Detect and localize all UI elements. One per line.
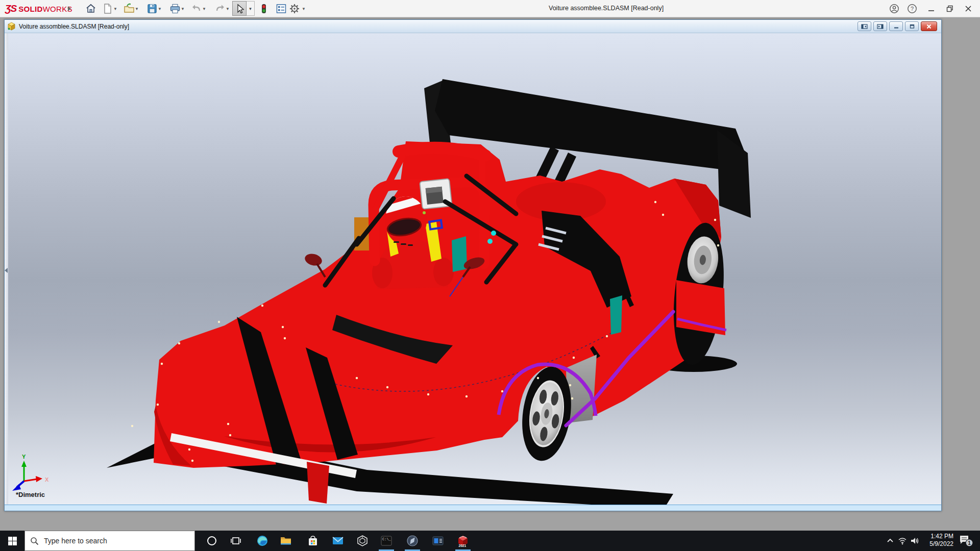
select-cursor-icon[interactable] bbox=[234, 3, 246, 15]
new-document-dropdown[interactable]: ▼ bbox=[113, 7, 118, 11]
options-gear-icon[interactable] bbox=[288, 3, 301, 15]
help-icon[interactable]: ? bbox=[905, 3, 919, 15]
document-title: Voiture assomblee.SLDASM [Read-only] bbox=[19, 23, 129, 30]
view-stoplight-icon[interactable] bbox=[258, 3, 270, 15]
document-window: Voiture assomblee.SLDASM [Read-only] bbox=[4, 19, 942, 511]
undo-dropdown[interactable]: ▼ bbox=[202, 7, 207, 11]
search-placeholder: Type here to search bbox=[44, 537, 107, 545]
svg-text:?: ? bbox=[911, 6, 914, 12]
redo-icon[interactable] bbox=[214, 3, 226, 15]
home-icon[interactable] bbox=[85, 3, 97, 15]
open-document-dropdown[interactable]: ▼ bbox=[134, 7, 139, 11]
document-titlebar[interactable]: Voiture assomblee.SLDASM [Read-only] bbox=[5, 20, 941, 33]
open-document-icon[interactable] bbox=[123, 3, 135, 15]
minimize-button[interactable] bbox=[925, 3, 938, 15]
restore-button[interactable] bbox=[943, 3, 957, 15]
triad-x-label: X bbox=[45, 477, 49, 483]
side-vent bbox=[610, 295, 622, 335]
taskbar-search-input[interactable]: Type here to search bbox=[24, 531, 195, 551]
mdi-workspace: Voiture assomblee.SLDASM [Read-only] bbox=[0, 17, 980, 531]
options-dropdown[interactable]: ▼ bbox=[301, 7, 306, 11]
triad-y-label: Y bbox=[22, 454, 26, 460]
view-orientation-label: *Dimetric bbox=[16, 491, 45, 498]
save-dropdown[interactable]: ▼ bbox=[157, 7, 162, 11]
solidworks-logo: ƷS SOLID WORKS bbox=[5, 3, 72, 14]
select-tool-dropdown[interactable]: ▼ bbox=[247, 1, 255, 16]
document-bottom-border bbox=[5, 505, 941, 508]
doc-minimize-button[interactable] bbox=[889, 21, 903, 31]
3d-viewer-icon[interactable] bbox=[351, 531, 374, 551]
tray-chevron-icon[interactable] bbox=[884, 531, 896, 551]
command-prompt-icon[interactable]: C:\_ bbox=[375, 531, 398, 551]
volume-icon[interactable] bbox=[909, 531, 921, 551]
feature-pane-splitter[interactable] bbox=[5, 33, 8, 508]
wifi-icon[interactable] bbox=[896, 531, 909, 551]
doc-pane-right-button[interactable] bbox=[873, 21, 887, 31]
undo-icon[interactable] bbox=[190, 3, 203, 15]
solidworks-logo-mark: ƷS bbox=[5, 3, 16, 14]
windows-taskbar: Type here to search C:\_ 2021 bbox=[0, 531, 980, 551]
cortana-icon[interactable] bbox=[201, 531, 223, 551]
collapse-arrow-icon[interactable] bbox=[5, 268, 8, 273]
tray-time: 1:42 PM bbox=[921, 533, 953, 540]
doc-close-button[interactable] bbox=[921, 21, 937, 31]
print-icon[interactable] bbox=[169, 3, 181, 15]
print-dropdown[interactable]: ▼ bbox=[180, 7, 185, 11]
media-app-icon[interactable] bbox=[427, 531, 449, 551]
orientation-triad: Y X bbox=[12, 454, 49, 491]
action-center-icon[interactable]: 1 bbox=[955, 531, 976, 551]
account-icon[interactable] bbox=[888, 3, 901, 15]
save-icon[interactable] bbox=[146, 3, 158, 15]
car-assembly-render[interactable]: Y X bbox=[5, 33, 941, 508]
search-icon bbox=[30, 537, 39, 545]
doc-pane-left-button[interactable] bbox=[857, 21, 871, 31]
graphics-viewport[interactable]: Y X *Dimetric bbox=[5, 33, 941, 508]
display-states-icon[interactable] bbox=[275, 3, 287, 15]
sw-year-label: 2021 bbox=[459, 544, 467, 547]
new-document-icon[interactable] bbox=[102, 3, 114, 15]
redo-dropdown[interactable]: ▼ bbox=[225, 7, 230, 11]
cmd-glyph: C:\_ bbox=[382, 537, 391, 541]
app-titlebar: ƷS SOLID WORKS ▼ ▼ ▼ ▼ ▼ ▼ bbox=[0, 0, 980, 17]
solidworks-2021-icon[interactable]: 2021 bbox=[452, 531, 474, 551]
mirror-left bbox=[304, 252, 324, 267]
task-view-icon[interactable] bbox=[225, 531, 247, 551]
close-button[interactable] bbox=[962, 3, 975, 15]
file-explorer-icon[interactable] bbox=[275, 531, 297, 551]
doc-restore-button[interactable] bbox=[905, 21, 919, 31]
tray-date: 5/9/2022 bbox=[921, 540, 953, 548]
tray-clock[interactable]: 1:42 PM 5/9/2022 bbox=[921, 533, 953, 548]
microsoft-store-icon[interactable] bbox=[302, 531, 324, 551]
edrawings-icon[interactable] bbox=[401, 531, 424, 551]
edge-icon[interactable] bbox=[251, 531, 274, 551]
app-title: Voiture assomblee.SLDASM [Read-only] bbox=[549, 5, 664, 12]
logo-flyout-arrow-icon[interactable] bbox=[68, 6, 71, 11]
assembly-doc-icon bbox=[7, 22, 16, 31]
start-button[interactable] bbox=[0, 531, 24, 551]
mail-icon[interactable] bbox=[327, 531, 349, 551]
notification-badge: 1 bbox=[968, 540, 971, 546]
